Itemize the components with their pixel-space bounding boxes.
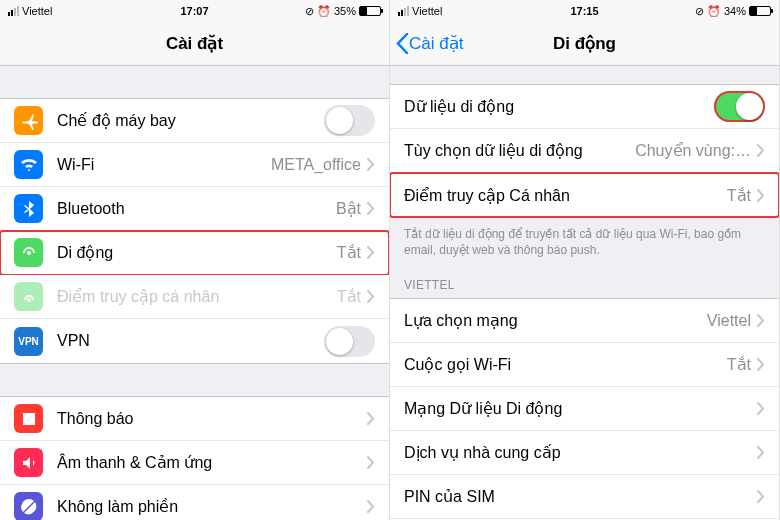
battery-icon bbox=[749, 6, 771, 16]
cellular-list[interactable]: Dữ liệu di độngTùy chọn dữ liệu di độngC… bbox=[390, 66, 779, 520]
row-value: Tắt bbox=[727, 355, 751, 374]
row-cell-network[interactable]: Mạng Dữ liệu Di động bbox=[390, 387, 779, 431]
row-label: Bluetooth bbox=[57, 200, 336, 218]
lock-icon: ⊘ bbox=[305, 5, 314, 18]
vpn-icon: VPN bbox=[14, 327, 43, 356]
row-label: Wi-Fi bbox=[57, 156, 271, 174]
back-button[interactable]: Cài đặt bbox=[390, 33, 463, 54]
row-value: Tắt bbox=[727, 186, 751, 205]
back-label: Cài đặt bbox=[409, 33, 463, 54]
toggle-switch[interactable] bbox=[714, 91, 765, 122]
row-label: Điểm truy cập cá nhân bbox=[57, 287, 337, 306]
chevron-right-icon bbox=[367, 290, 375, 303]
status-bar: Viettel 17:07 ⊘ ⏰ 35% bbox=[0, 0, 389, 22]
alarm-icon: ⏰ bbox=[317, 5, 331, 18]
row-cellular[interactable]: Di độngTắt bbox=[0, 231, 389, 275]
chevron-right-icon bbox=[367, 456, 375, 469]
row-hotspot[interactable]: Điểm truy cập cá nhânTắt bbox=[0, 275, 389, 319]
cellular-footnote: Tắt dữ liệu di động để truyền tất cả dữ … bbox=[390, 218, 779, 262]
chevron-right-icon bbox=[757, 314, 765, 327]
row-value: Viettel bbox=[707, 312, 751, 330]
row-dnd[interactable]: Không làm phiền bbox=[0, 485, 389, 520]
battery-percent: 35% bbox=[334, 5, 356, 17]
row-carrier-select[interactable]: Lựa chọn mạngViettel bbox=[390, 299, 779, 343]
row-value: Chuyển vùng:… bbox=[635, 141, 751, 160]
row-value: Bật bbox=[336, 199, 361, 218]
wifi-icon bbox=[14, 150, 43, 179]
row-label: Thông báo bbox=[57, 410, 367, 428]
airplane-icon bbox=[14, 106, 43, 135]
row-carrier-services[interactable]: Dịch vụ nhà cung cấp bbox=[390, 431, 779, 475]
row-label: Âm thanh & Cảm ứng bbox=[57, 453, 367, 472]
hotspot-icon bbox=[14, 282, 43, 311]
battery-percent: 34% bbox=[724, 5, 746, 17]
chevron-right-icon bbox=[757, 402, 765, 415]
sounds-icon bbox=[14, 448, 43, 477]
carrier-label: Viettel bbox=[412, 5, 442, 17]
row-label: PIN của SIM bbox=[404, 487, 757, 506]
toggle-switch[interactable] bbox=[324, 326, 375, 357]
row-label: Di động bbox=[57, 243, 337, 262]
row-label: Chế độ máy bay bbox=[57, 111, 324, 130]
row-value: META_office bbox=[271, 156, 361, 174]
row-label: Không làm phiền bbox=[57, 497, 367, 516]
chevron-left-icon bbox=[396, 33, 409, 54]
row-label: Điểm truy cập Cá nhân bbox=[404, 186, 727, 205]
signal-icon bbox=[398, 6, 409, 16]
carrier-label: Viettel bbox=[22, 5, 52, 17]
clock: 17:15 bbox=[570, 5, 598, 17]
cellular-screen: Viettel 17:15 ⊘ ⏰ 34% Cài đặt Di động Dữ… bbox=[390, 0, 780, 520]
signal-icon bbox=[8, 6, 19, 16]
row-notifications[interactable]: Thông báo bbox=[0, 397, 389, 441]
row-value: Tắt bbox=[337, 243, 361, 262]
battery-icon bbox=[359, 6, 381, 16]
row-bluetooth[interactable]: BluetoothBật bbox=[0, 187, 389, 231]
row-label: Dịch vụ nhà cung cấp bbox=[404, 443, 757, 462]
page-title: Cài đặt bbox=[0, 33, 389, 54]
toggle-switch[interactable] bbox=[324, 105, 375, 136]
row-wifi-calling[interactable]: Cuộc gọi Wi-FiTắt bbox=[390, 343, 779, 387]
row-cell-options[interactable]: Tùy chọn dữ liệu di độngChuyển vùng:… bbox=[390, 129, 779, 173]
row-wifi[interactable]: Wi-FiMETA_office bbox=[0, 143, 389, 187]
notifications-icon bbox=[14, 404, 43, 433]
status-bar: Viettel 17:15 ⊘ ⏰ 34% bbox=[390, 0, 779, 22]
settings-list[interactable]: Chế độ máy bayWi-FiMETA_officeBluetoothB… bbox=[0, 66, 389, 520]
row-label: VPN bbox=[57, 332, 324, 350]
nav-bar: Cài đặt bbox=[0, 22, 389, 66]
row-label: Cuộc gọi Wi-Fi bbox=[404, 355, 727, 374]
chevron-right-icon bbox=[367, 202, 375, 215]
row-label: Lựa chọn mạng bbox=[404, 311, 707, 330]
row-label: Mạng Dữ liệu Di động bbox=[404, 399, 757, 418]
chevron-right-icon bbox=[367, 500, 375, 513]
chevron-right-icon bbox=[757, 144, 765, 157]
row-cell-data[interactable]: Dữ liệu di động bbox=[390, 85, 779, 129]
row-vpn[interactable]: VPNVPN bbox=[0, 319, 389, 363]
lock-icon: ⊘ bbox=[695, 5, 704, 18]
bluetooth-icon bbox=[14, 194, 43, 223]
row-airplane[interactable]: Chế độ máy bay bbox=[0, 99, 389, 143]
chevron-right-icon bbox=[757, 446, 765, 459]
clock: 17:07 bbox=[180, 5, 208, 17]
row-value: Tắt bbox=[337, 287, 361, 306]
cellular-icon bbox=[14, 238, 43, 267]
chevron-right-icon bbox=[367, 412, 375, 425]
nav-bar: Cài đặt Di động bbox=[390, 22, 779, 66]
chevron-right-icon bbox=[367, 158, 375, 171]
settings-screen: Viettel 17:07 ⊘ ⏰ 35% Cài đặt Chế độ máy… bbox=[0, 0, 390, 520]
alarm-icon: ⏰ bbox=[707, 5, 721, 18]
row-personal-hotspot[interactable]: Điểm truy cập Cá nhânTắt bbox=[390, 173, 779, 217]
row-label: Dữ liệu di động bbox=[404, 97, 714, 116]
row-sounds[interactable]: Âm thanh & Cảm ứng bbox=[0, 441, 389, 485]
chevron-right-icon bbox=[757, 189, 765, 202]
row-label: Tùy chọn dữ liệu di động bbox=[404, 141, 635, 160]
chevron-right-icon bbox=[367, 246, 375, 259]
chevron-right-icon bbox=[757, 490, 765, 503]
row-sim-pin[interactable]: PIN của SIM bbox=[390, 475, 779, 519]
chevron-right-icon bbox=[757, 358, 765, 371]
section-header-carrier: VIETTEL bbox=[390, 262, 779, 298]
dnd-icon bbox=[14, 492, 43, 520]
